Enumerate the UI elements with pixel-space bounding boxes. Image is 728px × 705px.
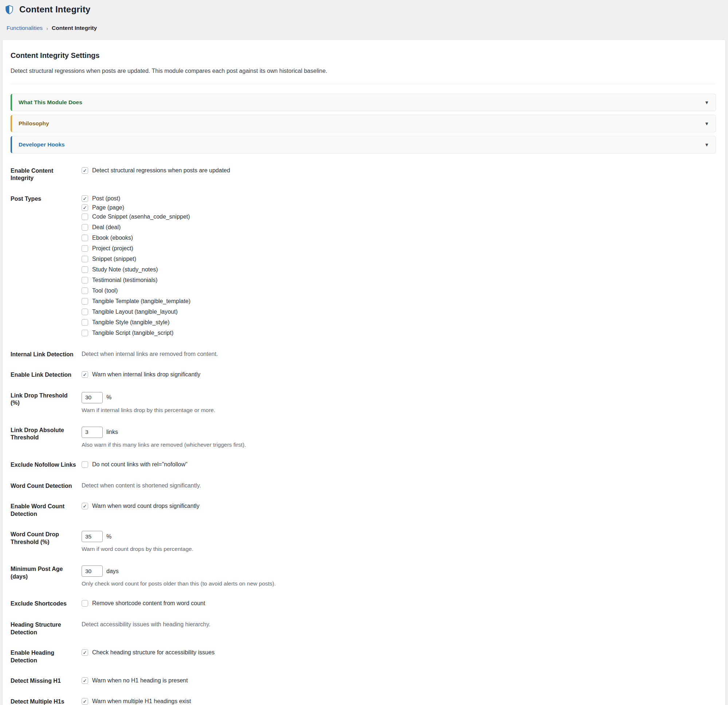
post-type-checkbox[interactable] bbox=[82, 224, 88, 231]
setting-label: Minimum Post Age (days) bbox=[10, 566, 82, 581]
post-type-checkbox[interactable] bbox=[82, 266, 88, 273]
exclude-shortcodes-option[interactable]: Remove shortcode content from word count bbox=[82, 600, 205, 607]
post-type-option-tangible-layout[interactable]: Tangible Layout (tangible_layout) bbox=[82, 308, 178, 315]
enable-link-detection-checkbox[interactable] bbox=[82, 371, 88, 378]
detect-multiple-h1s-checkbox[interactable] bbox=[82, 698, 88, 705]
setting-label: Exclude Nofollow Links bbox=[10, 461, 82, 469]
post-type-option-deal[interactable]: Deal (deal) bbox=[82, 224, 121, 231]
post-type-option-snippet[interactable]: Snippet (snippet) bbox=[82, 256, 136, 262]
detect-missing-h1-option[interactable]: Warn when no H1 heading is present bbox=[82, 677, 188, 684]
link-drop-threshold-input[interactable] bbox=[82, 392, 103, 403]
link-drop-absolute-input[interactable] bbox=[82, 427, 103, 438]
setting-label: Exclude Shortcodes bbox=[10, 600, 82, 607]
setting-label: Enable Heading Detection bbox=[10, 649, 82, 664]
help-text: Warn if internal links drop by this perc… bbox=[82, 407, 716, 414]
post-type-option-testimonial[interactable]: Testimonial (testimonials) bbox=[82, 277, 158, 284]
exclude-nofollow-option[interactable]: Do not count links with rel="nofollow" bbox=[82, 461, 188, 468]
setting-label: Detect Missing H1 bbox=[10, 677, 82, 685]
settings-card: Content Integrity Settings Detect struct… bbox=[2, 39, 726, 705]
enable-content-integrity-option[interactable]: Detect structural regressions when posts… bbox=[82, 167, 230, 174]
enable-heading-detection-checkbox[interactable] bbox=[82, 649, 88, 656]
post-type-checkbox[interactable] bbox=[82, 256, 88, 262]
word-count-threshold-input[interactable] bbox=[82, 531, 103, 542]
section-description: Detect accessibility issues with heading… bbox=[82, 621, 716, 628]
detect-multiple-h1s-option[interactable]: Warn when multiple H1 headings exist bbox=[82, 698, 191, 705]
accordion-developer-hooks[interactable]: Developer Hooks ▼ bbox=[10, 136, 716, 153]
setting-label: Enable Link Detection bbox=[10, 371, 82, 379]
help-text: Only check word count for posts older th… bbox=[82, 581, 716, 587]
post-type-checkbox[interactable] bbox=[82, 245, 88, 252]
post-type-option-tangible-script[interactable]: Tangible Script (tangible_script) bbox=[82, 330, 173, 336]
post-type-checkbox[interactable] bbox=[82, 204, 88, 211]
post-type-option-page[interactable]: Page (page) bbox=[82, 204, 124, 211]
post-type-option-tangible-style[interactable]: Tangible Style (tangible_style) bbox=[82, 319, 170, 326]
setting-row-word-count-drop-threshold: Word Count Drop Threshold (%) % Warn if … bbox=[10, 531, 716, 552]
section-description: Detect when content is shortened signifi… bbox=[82, 482, 716, 489]
setting-row-enable-link-detection: Enable Link Detection Warn when internal… bbox=[10, 371, 716, 379]
help-text: Warn if word count drops by this percent… bbox=[82, 546, 716, 552]
post-type-checkbox[interactable] bbox=[82, 308, 88, 315]
breadcrumb-current: Content Integrity bbox=[52, 25, 97, 31]
breadcrumb-functionalities-link[interactable]: Functionalities bbox=[7, 25, 43, 31]
divider bbox=[10, 84, 716, 84]
input-suffix: links bbox=[106, 429, 118, 436]
setting-label: Post Types bbox=[10, 195, 82, 203]
setting-label: Word Count Detection bbox=[10, 482, 82, 490]
setting-row-link-drop-threshold: Link Drop Threshold (%) % Warn if intern… bbox=[10, 392, 716, 414]
min-post-age-input[interactable] bbox=[82, 566, 103, 577]
exclude-shortcodes-checkbox[interactable] bbox=[82, 600, 88, 607]
detect-missing-h1-checkbox[interactable] bbox=[82, 677, 88, 684]
setting-label: Enable Content Integrity bbox=[10, 167, 82, 182]
input-suffix: % bbox=[106, 533, 111, 540]
setting-row-word-count-detection: Word Count Detection Detect when content… bbox=[10, 482, 716, 490]
input-suffix: days bbox=[106, 568, 119, 575]
post-type-option-post[interactable]: Post (post) bbox=[82, 195, 120, 202]
post-type-option-tangible-template[interactable]: Tangible Template (tangible_template) bbox=[82, 298, 191, 305]
post-type-checkbox[interactable] bbox=[82, 277, 88, 284]
breadcrumb-separator-icon: › bbox=[46, 25, 48, 31]
setting-row-enable-heading-detection: Enable Heading Detection Check heading s… bbox=[10, 649, 716, 664]
setting-row-enable-content-integrity: Enable Content Integrity Detect structur… bbox=[10, 167, 716, 182]
post-type-checkbox[interactable] bbox=[82, 319, 88, 326]
setting-row-heading-structure-detection: Heading Structure Detection Detect acces… bbox=[10, 621, 716, 636]
enable-word-count-option[interactable]: Warn when word count drops significantly bbox=[82, 503, 199, 510]
setting-label: Enable Word Count Detection bbox=[10, 503, 82, 518]
post-type-checkbox[interactable] bbox=[82, 235, 88, 241]
setting-row-exclude-shortcodes: Exclude Shortcodes Remove shortcode cont… bbox=[10, 600, 716, 608]
setting-row-exclude-nofollow-links: Exclude Nofollow Links Do not count link… bbox=[10, 461, 716, 469]
shield-icon bbox=[4, 5, 14, 14]
input-suffix: % bbox=[106, 394, 111, 401]
accordion-what-this-module-does[interactable]: What This Module Does ▼ bbox=[10, 94, 716, 111]
post-type-option-study-note[interactable]: Study Note (study_notes) bbox=[82, 266, 158, 273]
breadcrumb: Functionalities › Content Integrity bbox=[0, 17, 728, 36]
enable-word-count-checkbox[interactable] bbox=[82, 503, 88, 510]
setting-row-detect-missing-h1: Detect Missing H1 Warn when no H1 headin… bbox=[10, 677, 716, 685]
post-type-option-code-snippet[interactable]: Code Snippet (asenha_code_snippet) bbox=[82, 213, 190, 220]
section-description: Detect when internal links are removed f… bbox=[82, 351, 716, 358]
post-type-checkbox[interactable] bbox=[82, 213, 88, 220]
enable-content-integrity-checkbox[interactable] bbox=[82, 167, 88, 174]
post-type-option-tool[interactable]: Tool (tool) bbox=[82, 288, 118, 294]
app-header: Content Integrity bbox=[0, 0, 728, 17]
exclude-nofollow-checkbox[interactable] bbox=[82, 461, 88, 468]
post-type-checkbox[interactable] bbox=[82, 330, 88, 336]
module-description: Detect structural regressions when posts… bbox=[10, 68, 716, 74]
setting-label: Internal Link Detection bbox=[10, 351, 82, 358]
setting-row-internal-link-detection: Internal Link Detection Detect when inte… bbox=[10, 351, 716, 358]
post-type-option-ebook[interactable]: Ebook (ebooks) bbox=[82, 235, 133, 241]
accordion-philosophy[interactable]: Philosophy ▼ bbox=[10, 115, 716, 132]
setting-label: Link Drop Absolute Threshold bbox=[10, 427, 82, 442]
settings-heading: Content Integrity Settings bbox=[10, 51, 716, 60]
enable-link-detection-option[interactable]: Warn when internal links drop significan… bbox=[82, 371, 200, 378]
post-type-checkbox[interactable] bbox=[82, 298, 88, 305]
chevron-down-icon: ▼ bbox=[704, 142, 709, 148]
help-text: Also warn if this many links are removed… bbox=[82, 442, 716, 448]
enable-heading-detection-option[interactable]: Check heading structure for accessibilit… bbox=[82, 649, 215, 656]
setting-row-link-drop-absolute-threshold: Link Drop Absolute Threshold links Also … bbox=[10, 427, 716, 448]
post-type-checkbox[interactable] bbox=[82, 195, 88, 202]
post-type-option-project[interactable]: Project (project) bbox=[82, 245, 133, 252]
setting-row-post-types: Post Types Post (post) Page (page) Code … bbox=[10, 195, 716, 338]
chevron-down-icon: ▼ bbox=[704, 121, 709, 126]
post-type-checkbox[interactable] bbox=[82, 288, 88, 294]
setting-label: Heading Structure Detection bbox=[10, 621, 82, 636]
